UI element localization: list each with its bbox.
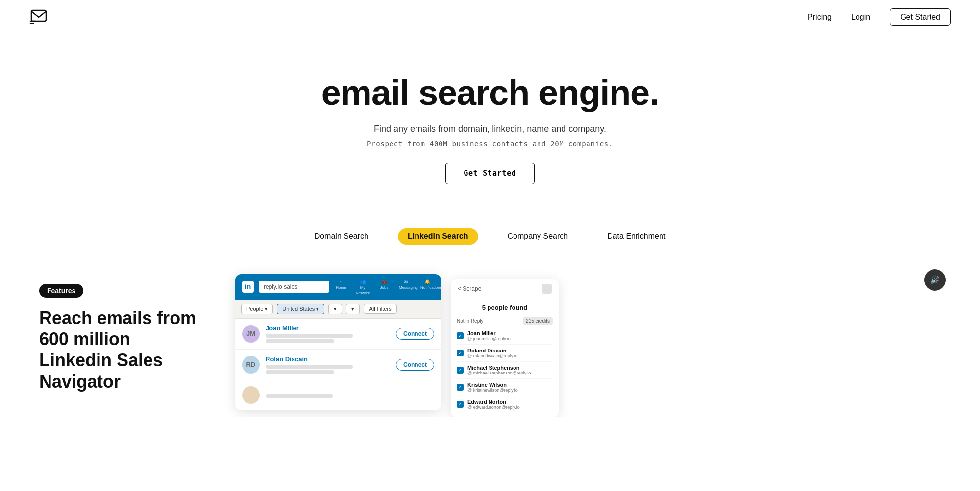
li-result-row: JM Joan Miller Connect (235, 319, 441, 350)
li-person-bar-3 (266, 365, 353, 369)
tab-data-enrichment[interactable]: Data Enrichment (597, 228, 675, 245)
scrape-email: @ joanmiller@reply.io (467, 336, 553, 341)
features-badge: Features (39, 284, 83, 298)
scrape-email: @ rolanddiscain@reply.io (467, 353, 553, 358)
login-link[interactable]: Login (851, 13, 870, 22)
scrape-found-count: 5 people found (451, 299, 559, 314)
scrape-credits: 215 credits (523, 317, 553, 325)
scrape-name: Edward Norton (467, 399, 553, 405)
scrape-row: Joan Miller @ joanmiller@reply.io (457, 327, 553, 345)
scrape-search-icon (542, 284, 552, 294)
scrape-row: Kristine Wilson @ kristinewilson@reply.i… (457, 379, 553, 396)
scrape-demo-card: < Scrape 5 people found Not in Reply 215… (451, 279, 559, 417)
scrape-name: Roland Discain (467, 348, 553, 353)
li-result-row-partial (235, 380, 441, 410)
li-avatar-rolan: RD (242, 356, 260, 374)
scrape-person-4: Kristine Wilson @ kristinewilson@reply.i… (467, 382, 553, 393)
tab-company-search[interactable]: Company Search (498, 228, 578, 245)
li-person-bar-4 (266, 370, 334, 374)
scrape-row: Michael Stephenson @ michael.stephenson@… (457, 362, 553, 379)
scrape-checkbox-5[interactable] (457, 401, 464, 408)
filter-country[interactable]: United States ▾ (277, 304, 324, 314)
tab-linkedin-search[interactable]: Linkedin Search (398, 228, 478, 245)
scrape-header: < Scrape (451, 279, 559, 299)
li-connect-button-joan[interactable]: Connect (396, 328, 434, 340)
li-avatar-joan: JM (242, 325, 260, 343)
li-person-partial (266, 392, 434, 398)
li-person-bar-5 (266, 394, 333, 398)
linkedin-demo-card: in reply.io sales ⌂Home 👥My Network 💼Job… (235, 274, 441, 410)
li-person-bar-2 (266, 339, 334, 343)
li-jobs-icon: 💼Jobs (377, 279, 391, 295)
scrape-name: Joan Miller (467, 330, 553, 336)
li-person-bar-1 (266, 334, 353, 338)
scrape-row: Roland Discain @ rolanddiscain@reply.io (457, 345, 553, 362)
scrape-name: Kristine Wilson (467, 382, 553, 388)
filter-empty1[interactable]: ▾ (328, 304, 342, 314)
li-person-rolan: Rolan Discain (266, 355, 390, 374)
hero-section: email search engine. Find any emails fro… (0, 34, 980, 213)
tab-domain-search[interactable]: Domain Search (305, 228, 378, 245)
filter-people[interactable]: People ▾ (241, 304, 273, 314)
scrape-email: @ kristinewilson@reply.io (467, 388, 553, 393)
svg-rect-0 (31, 10, 46, 21)
features-left-panel: Features Reach emails from 600 million L… (39, 274, 206, 392)
scrape-not-in-reply: Not in Reply 215 credits (451, 314, 559, 327)
linkedin-search-bar[interactable]: reply.io sales (259, 281, 329, 293)
linkedin-header: in reply.io sales ⌂Home 👥My Network 💼Job… (235, 274, 441, 300)
linkedin-nav-icons: ⌂Home 👥My Network 💼Jobs ✉Messaging 🔔Noti… (334, 279, 434, 295)
linkedin-filters: People ▾ United States ▾ ▾ ▾ All Filters (235, 300, 441, 319)
li-avatar-partial (242, 386, 260, 404)
scrape-person-5: Edward Norton @ edward.norton@reply.io (467, 399, 553, 410)
logo[interactable] (29, 6, 51, 28)
scrape-email: @ edward.norton@reply.io (467, 405, 553, 410)
filter-all[interactable]: All Filters (364, 304, 396, 314)
li-connect-button-rolan[interactable]: Connect (396, 359, 434, 371)
scrape-checkbox-4[interactable] (457, 384, 464, 391)
scrape-person-3: Michael Stephenson @ michael.stephenson@… (467, 365, 553, 375)
li-result-row: RD Rolan Discain Connect (235, 350, 441, 380)
hero-cta-button[interactable]: Get Started (445, 163, 535, 184)
hero-subtitle: Find any emails from domain, linkedin, n… (374, 122, 606, 136)
scrape-email: @ michael.stephenson@reply.io (467, 371, 553, 375)
li-msg-icon: ✉Messaging (399, 279, 413, 295)
li-person-joan: Joan Miller (266, 325, 390, 343)
li-person-name: Rolan Discain (266, 355, 390, 363)
linkedin-logo: in (242, 281, 254, 293)
features-section: Features Reach emails from 600 million L… (0, 255, 980, 417)
li-home-icon: ⌂Home (334, 279, 348, 295)
features-heading: Reach emails from 600 million Linkedin S… (39, 307, 206, 392)
feature-tabs: Domain Search Linkedin Search Company Se… (0, 213, 980, 255)
scrape-checkbox-3[interactable] (457, 367, 464, 374)
scrape-checkbox-2[interactable] (457, 350, 464, 356)
nav-links: Pricing Login Get Started (808, 8, 951, 26)
features-right-panel: in reply.io sales ⌂Home 👥My Network 💼Job… (235, 274, 941, 417)
li-person-name: Joan Miller (266, 325, 390, 332)
scrape-row: Edward Norton @ edward.norton@reply.io (457, 396, 553, 413)
linkedin-results: JM Joan Miller Connect RD Rolan Discain (235, 319, 441, 410)
li-notif-icon: 🔔Notifications (420, 279, 434, 295)
filter-empty2[interactable]: ▾ (346, 304, 360, 314)
li-network-icon: 👥My Network (356, 279, 369, 295)
pricing-link[interactable]: Pricing (808, 13, 832, 22)
scrape-checkbox-1[interactable] (457, 332, 464, 339)
navbar: Pricing Login Get Started (0, 0, 980, 34)
get-started-nav-button[interactable]: Get Started (890, 8, 951, 26)
scrape-person-1: Joan Miller @ joanmiller@reply.io (467, 330, 553, 341)
hero-heading: email search engine. (321, 73, 659, 112)
scrape-name: Michael Stephenson (467, 365, 553, 371)
hero-subtitle-mono: Prospect from 400M business contacts and… (367, 140, 613, 148)
scrape-person-list: Joan Miller @ joanmiller@reply.io Roland… (451, 327, 559, 417)
logo-icon (29, 6, 51, 28)
scrape-back-button[interactable]: < Scrape (458, 285, 481, 292)
scrape-person-2: Roland Discain @ rolanddiscain@reply.io (467, 348, 553, 358)
